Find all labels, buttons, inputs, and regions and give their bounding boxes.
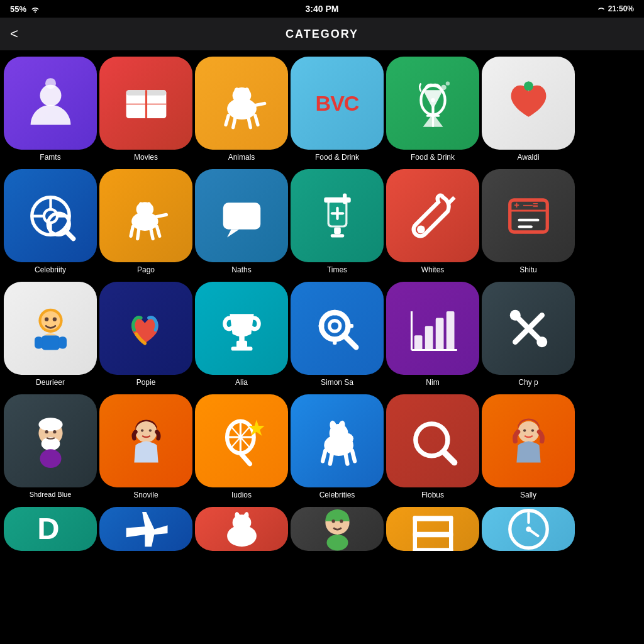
app-shdread-blue[interactable]: Shdread Blue <box>4 394 97 499</box>
svg-point-63 <box>52 317 56 321</box>
app-times[interactable]: Times <box>291 169 384 274</box>
app-deurieer[interactable]: Deurieer <box>4 282 97 387</box>
app-food-drink-1[interactable]: BVC Food & Drink <box>291 57 384 162</box>
svg-line-106 <box>323 450 325 461</box>
app-celebrity[interactable]: Celebriity <box>4 169 97 274</box>
svg-rect-79 <box>435 318 443 350</box>
app-label: Food & Drink <box>411 153 455 162</box>
svg-point-2 <box>45 78 56 89</box>
svg-rect-72 <box>333 309 336 315</box>
app-label: Simon Sa <box>321 378 353 387</box>
app-label: Movies <box>134 153 158 162</box>
svg-rect-75 <box>348 324 353 328</box>
app-label: Chy p <box>518 378 538 387</box>
svg-rect-77 <box>414 335 422 350</box>
app-awaldi[interactable]: Awaldi <box>482 57 575 162</box>
svg-line-109 <box>352 450 354 461</box>
app-label: Famts <box>40 153 60 162</box>
app-whites[interactable]: Whites <box>386 169 479 274</box>
app-food-drink-2[interactable]: Food & Drink <box>386 57 479 162</box>
svg-rect-64 <box>41 335 60 350</box>
app-label: Shdread Blue <box>30 491 72 498</box>
app-label: Flobus <box>421 491 444 499</box>
app-label: Nim <box>426 378 439 387</box>
svg-rect-47 <box>334 227 341 234</box>
svg-rect-80 <box>446 311 454 350</box>
right-status: 21:50% <box>608 4 634 13</box>
svg-rect-127 <box>413 531 453 537</box>
app-nim[interactable]: Nim <box>386 282 479 387</box>
svg-point-93 <box>135 421 157 442</box>
app-sally[interactable]: Sally <box>482 394 575 499</box>
svg-point-105 <box>340 433 353 443</box>
app-label: Celebrities <box>319 491 355 499</box>
app-partial-3[interactable] <box>195 507 288 551</box>
svg-rect-21 <box>426 114 439 116</box>
app-partial-1[interactable]: D <box>4 507 97 551</box>
app-naths[interactable]: Naths <box>195 169 288 274</box>
app-label: Sally <box>520 491 536 499</box>
svg-point-123 <box>331 519 335 523</box>
svg-text:+: + <box>514 199 519 209</box>
app-famts[interactable]: Famts <box>4 57 97 162</box>
svg-rect-74 <box>318 324 324 328</box>
svg-rect-48 <box>330 234 343 237</box>
svg-rect-42 <box>223 203 260 230</box>
app-flobus[interactable]: Flobus <box>386 394 479 499</box>
app-label: Alia <box>235 378 248 387</box>
svg-point-95 <box>148 429 151 431</box>
app-alia[interactable]: Alia <box>195 282 288 387</box>
svg-line-101 <box>240 453 250 464</box>
svg-text:—: — <box>523 199 533 209</box>
svg-line-107 <box>330 453 331 464</box>
app-partial-5[interactable] <box>386 507 479 551</box>
app-label: Animals <box>228 153 255 162</box>
svg-point-116 <box>531 429 533 431</box>
app-partial-4[interactable] <box>291 507 384 551</box>
svg-point-94 <box>141 429 143 431</box>
app-popie[interactable]: Popie <box>99 282 192 387</box>
app-label: Shitu <box>519 265 536 274</box>
svg-point-34 <box>136 202 153 216</box>
app-celebrities[interactable]: Celebrities <box>291 394 384 499</box>
app-partial-6[interactable] <box>482 507 575 551</box>
svg-line-10 <box>233 118 235 127</box>
app-label: Awaldi <box>517 153 539 162</box>
app-simon-sa[interactable]: Simon Sa <box>291 282 384 387</box>
app-shitu[interactable]: + — ≡ Shitu <box>482 169 575 274</box>
svg-text:≡: ≡ <box>532 199 538 209</box>
app-partial-2[interactable] <box>99 507 192 551</box>
svg-point-91 <box>53 430 56 433</box>
svg-line-35 <box>131 226 133 236</box>
signal-icon <box>597 5 606 13</box>
svg-line-32 <box>65 231 73 238</box>
app-label: Celebriity <box>35 265 66 274</box>
svg-point-52 <box>417 225 425 233</box>
svg-point-125 <box>326 535 348 551</box>
svg-point-115 <box>523 429 526 431</box>
app-chy-p[interactable]: Chy p <box>482 282 575 387</box>
svg-point-23 <box>445 81 449 85</box>
app-snovile[interactable]: Snovile <box>99 394 192 499</box>
back-button[interactable]: < <box>10 26 18 42</box>
svg-point-92 <box>40 449 61 468</box>
app-label: Pago <box>137 265 155 274</box>
app-iudios[interactable]: Iudios <box>195 394 288 499</box>
svg-line-9 <box>226 115 228 125</box>
app-pago[interactable]: Pago <box>99 169 192 274</box>
svg-point-114 <box>518 421 539 442</box>
svg-line-37 <box>150 229 152 238</box>
header: < CATEGORY <box>0 18 644 50</box>
svg-point-124 <box>340 519 343 523</box>
status-bar: 55% 3:40 PM 21:50% <box>0 0 644 18</box>
svg-line-38 <box>157 226 159 236</box>
svg-line-134 <box>528 529 538 536</box>
svg-point-90 <box>45 430 48 433</box>
page-title: CATEGORY <box>286 28 358 41</box>
svg-rect-128 <box>413 548 453 551</box>
svg-rect-68 <box>231 347 252 350</box>
svg-rect-126 <box>413 516 453 521</box>
status-right: 21:50% <box>597 4 634 13</box>
app-animals[interactable]: Animals <box>195 57 288 162</box>
app-movies[interactable]: Movies <box>99 57 192 162</box>
